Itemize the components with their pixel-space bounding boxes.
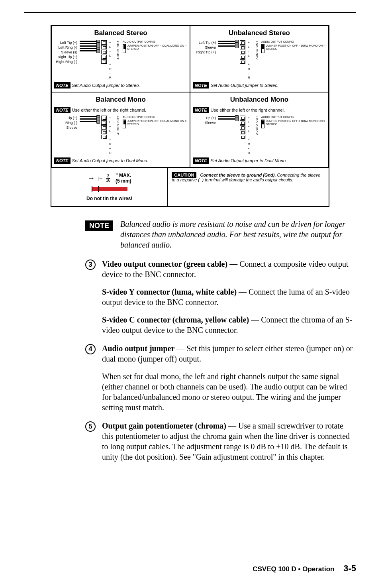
item-5-p1-bold: Output gain potentiometer (chroma) (102, 421, 226, 430)
unbalanced-mono-title: Unbalanced Mono (193, 96, 326, 104)
wire-labels: Left Tip (+) Left Ring (-) Sleeve (s) Ri… (54, 40, 77, 64)
item-4-p1-bold: Audio output jumper (102, 344, 174, 353)
item-3-p3-bold: S-video C connector (chroma, yellow cabl… (102, 315, 249, 324)
item-4: 4 Audio output jumper — Set this jumper … (85, 343, 356, 413)
page-top-rule (24, 12, 356, 13)
wire-labels: Left Tip (+) Sleeve Right Tip (+) (193, 40, 216, 55)
pin-labels: + L− L + R− R (248, 116, 252, 155)
wire-lines (80, 116, 99, 122)
caution-bold: Connect the sleeve to ground (Gnd). (200, 173, 276, 177)
note-tag: NOTE (193, 107, 209, 113)
wiring-diagram: Balanced Stereo Left Tip (+) Left Ring (… (51, 25, 329, 207)
config-label: AUDIO OUTPUT CONFIG JUMPER POSITION OFF … (261, 40, 326, 53)
note-text: Set Audio Output jumper to Stereo. (72, 83, 140, 88)
page-footer: CSVEQ 100 D • Operation 3-5 (253, 563, 356, 574)
balanced-mono-cell: Balanced Mono NOTEUse either the left or… (51, 92, 190, 167)
jumper-icon (261, 120, 265, 128)
jumper-icon (123, 44, 126, 53)
jumper-icon (261, 44, 265, 53)
terminal-block-icon (101, 116, 107, 139)
note-text: Set Audio Output jumper to Stereo. (211, 83, 279, 88)
footer-page: 3-5 (343, 563, 356, 573)
caution-row: → |← 3 16 " MAX. (5 mm) Do not tin the w… (51, 167, 329, 206)
balanced-stereo-cell: Balanced Stereo Left Tip (+) Left Ring (… (51, 26, 190, 92)
balanced-mono-title: Balanced Mono (54, 96, 187, 104)
config-label: AUDIO OUTPUT CONFIG JUMPER POSITION OFF … (123, 40, 187, 53)
max-label: " MAX. (116, 173, 131, 178)
wire-lines (218, 116, 237, 120)
audio-out-label: AUDIO OUT (255, 40, 258, 59)
note-tag: NOTE (54, 82, 71, 88)
pin-labels: + L− L + R− R (109, 40, 114, 80)
tin-note: Do not tin the wires! (55, 196, 163, 201)
note-tag: NOTE (193, 157, 209, 164)
item-3-p2-bold: S-video Y connector (luma, white cable) (102, 287, 237, 296)
wire-labels: Tip (+) Sleeve (193, 116, 216, 125)
audio-out-label: AUDIO OUT (117, 116, 119, 135)
balanced-stereo-title: Balanced Stereo (54, 29, 187, 37)
mm-label: (5 mm) (116, 178, 131, 184)
pin-labels: + L− L + R− R (109, 116, 114, 155)
either-note: Use either the left or the right channel… (72, 108, 147, 112)
audio-out-label: AUDIO OUT (255, 116, 258, 135)
terminal-block-icon (101, 40, 107, 64)
terminal-block-icon (240, 116, 245, 139)
note-tag: NOTE (54, 107, 71, 113)
note-text: Set Audio Output jumper to Dual Mono. (211, 158, 287, 163)
note-text: Balanced audio is more resistant to nois… (120, 219, 356, 250)
note-tag: NOTE (193, 82, 209, 88)
footer-title: CSVEQ 100 D • Operation (253, 565, 334, 573)
wire-labels: Tip (+) Ring (-) Sleeve (54, 116, 77, 130)
note-text: Set Audio Output jumper to Dual Mono. (72, 158, 149, 163)
note-tag: NOTE (85, 220, 113, 231)
item-3: 3 Video output connector (green cable) —… (85, 259, 356, 335)
item-3-p1-bold: Video output connector (green cable) (102, 260, 227, 268)
item-5: 5 Output gain potentiometer (chroma) — U… (85, 421, 356, 462)
audio-out-label: AUDIO OUT (117, 40, 119, 59)
pin-labels: + L− L + R− R (248, 40, 252, 80)
number-circle-icon: 5 (85, 421, 96, 432)
item-4-p2: When set for dual mono, the left and rig… (102, 371, 356, 413)
config-label: AUDIO OUTPUT CONFIG JUMPER POSITION OFF … (123, 116, 187, 128)
number-circle-icon: 3 (85, 260, 96, 270)
main-note: NOTE Balanced audio is more resistant to… (85, 219, 356, 250)
unbalanced-stereo-cell: Unbalanced Stereo Left Tip (+) Sleeve Ri… (190, 26, 329, 92)
note-tag: NOTE (54, 157, 71, 164)
wire-lines (80, 40, 99, 51)
number-circle-icon: 4 (85, 344, 96, 354)
either-note: Use either the left or the right channel… (211, 108, 285, 112)
terminal-block-icon (240, 40, 245, 64)
unbalanced-mono-cell: Unbalanced Mono NOTEUse either the left … (190, 92, 329, 167)
wire-lines (218, 40, 237, 47)
unbalanced-stereo-title: Unbalanced Stereo (193, 29, 326, 37)
fraction-icon: 3 16 (106, 174, 110, 183)
red-wire-icon (92, 187, 127, 191)
config-label: AUDIO OUTPUT CONFIG JUMPER POSITION OFF … (261, 116, 326, 128)
jumper-icon (123, 120, 126, 128)
